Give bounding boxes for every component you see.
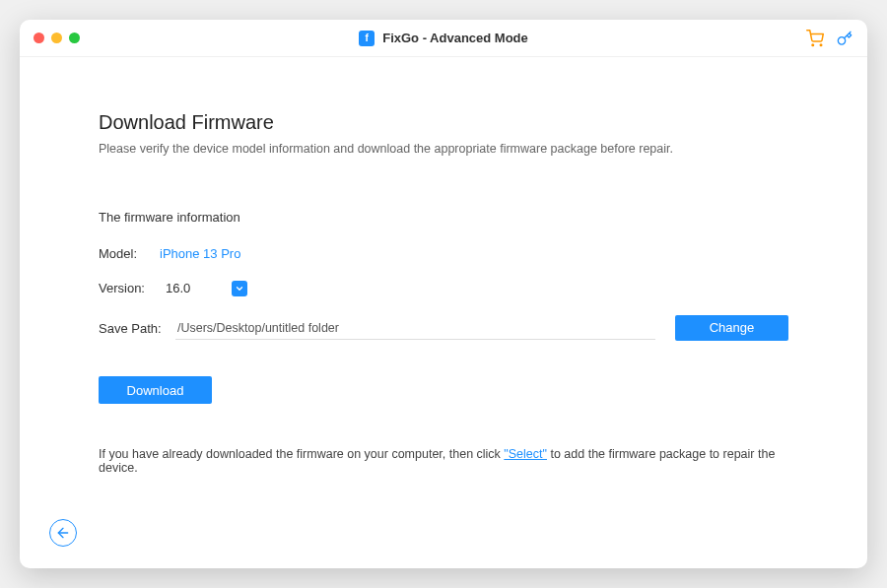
footnote-prefix: If you have already downloaded the firmw…	[99, 447, 504, 461]
version-label: Version:	[99, 281, 158, 295]
title-right	[806, 30, 853, 47]
svg-point-0	[812, 44, 814, 46]
window-controls	[34, 33, 80, 43]
version-select[interactable]: 16.0	[162, 279, 247, 297]
change-button[interactable]: Change	[675, 315, 788, 341]
version-value: 16.0	[162, 279, 226, 297]
savepath-row: Save Path: Change	[99, 315, 788, 341]
savepath-label: Save Path:	[99, 321, 168, 336]
maximize-window-button[interactable]	[69, 33, 80, 43]
cart-icon[interactable]	[806, 30, 824, 47]
version-row: Version: 16.0	[99, 279, 788, 297]
model-row: Model: iPhone 13 Pro	[99, 246, 788, 261]
app-window: f FixGo - Advanced Mode Download Firmwar…	[20, 20, 867, 568]
arrow-left-icon	[55, 525, 71, 541]
main-content: Download Firmware Please verify the devi…	[20, 57, 867, 404]
firmware-info-title: The firmware information	[99, 210, 788, 225]
download-button[interactable]: Download	[99, 376, 212, 404]
savepath-input[interactable]	[175, 317, 655, 340]
footnote: If you have already downloaded the firmw…	[99, 447, 788, 475]
window-title: FixGo - Advanced Mode	[382, 31, 528, 45]
model-value-link[interactable]: iPhone 13 Pro	[160, 246, 240, 261]
back-button[interactable]	[49, 519, 77, 547]
svg-point-1	[820, 44, 822, 46]
key-icon[interactable]	[836, 30, 853, 47]
close-window-button[interactable]	[34, 33, 44, 43]
minimize-window-button[interactable]	[51, 33, 62, 43]
model-label: Model:	[99, 246, 158, 261]
app-logo-icon: f	[359, 31, 375, 46]
title-center: f FixGo - Advanced Mode	[359, 31, 528, 46]
select-link[interactable]: "Select"	[504, 447, 547, 461]
chevron-down-icon[interactable]	[232, 281, 247, 296]
titlebar: f FixGo - Advanced Mode	[20, 20, 867, 57]
page-heading: Download Firmware	[99, 111, 788, 134]
page-subtitle: Please verify the device model informati…	[99, 142, 788, 156]
